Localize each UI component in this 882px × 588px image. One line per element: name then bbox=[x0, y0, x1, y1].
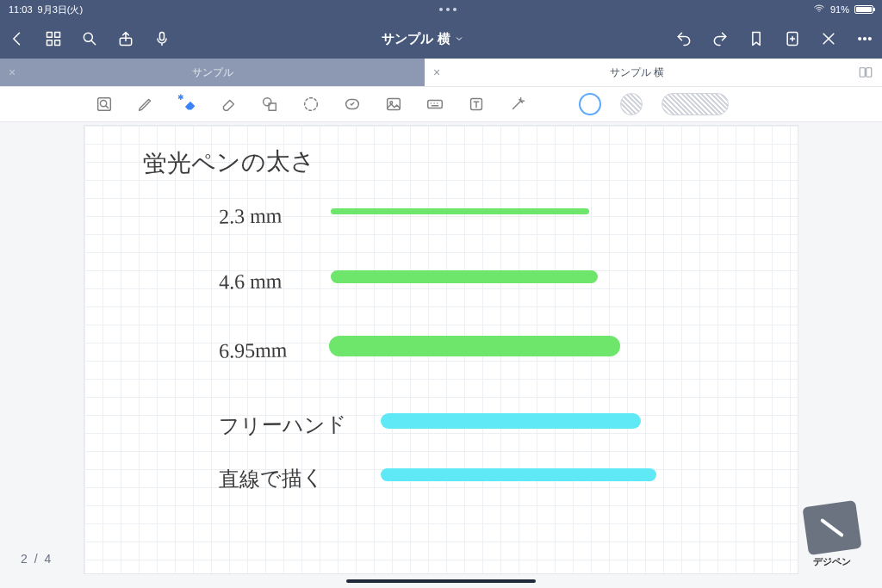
sticker-tool-icon[interactable] bbox=[341, 93, 363, 115]
row-label-4: 直線で描く bbox=[219, 464, 325, 493]
color-swatch-current[interactable] bbox=[579, 93, 601, 115]
pen-tool-icon[interactable] bbox=[134, 93, 157, 115]
search-icon[interactable] bbox=[81, 30, 98, 47]
app-navbar: サンプル 横 bbox=[0, 19, 882, 59]
row-label-1: 4.6 mm bbox=[219, 269, 283, 294]
svg-rect-27 bbox=[428, 100, 443, 108]
svg-rect-3 bbox=[55, 40, 60, 46]
battery-percent: 91% bbox=[830, 4, 849, 15]
svg-rect-7 bbox=[160, 33, 165, 40]
watermark-text: デジペン bbox=[813, 555, 851, 568]
row-label-0: 2.3 mm bbox=[219, 204, 283, 228]
thumbnails-icon[interactable] bbox=[45, 30, 62, 47]
zoom-tool-icon[interactable] bbox=[93, 93, 115, 115]
mic-icon[interactable] bbox=[153, 30, 171, 47]
note-canvas[interactable]: 蛍光ペンの太さ 2.3 mm 4.6 mm 6.95mm フリーハンド 直線で描… bbox=[84, 126, 798, 573]
svg-rect-0 bbox=[47, 33, 53, 38]
drawing-toolbar: ✱ bbox=[0, 86, 882, 122]
keyboard-tool-icon[interactable] bbox=[424, 93, 446, 115]
battery-icon bbox=[854, 5, 873, 14]
svg-line-20 bbox=[106, 106, 109, 108]
note-title: 蛍光ペンの太さ bbox=[143, 145, 316, 180]
wifi-icon bbox=[813, 3, 825, 16]
highlight-stroke-straight bbox=[381, 468, 656, 481]
lasso-tool-icon[interactable] bbox=[300, 93, 322, 115]
watermark-tablet-icon bbox=[802, 499, 861, 554]
svg-point-4 bbox=[84, 33, 92, 41]
svg-point-15 bbox=[868, 38, 871, 40]
undo-icon[interactable] bbox=[675, 30, 693, 47]
svg-line-5 bbox=[92, 41, 96, 45]
ipad-status-bar: 11:03 9月3日(火) 91% bbox=[0, 0, 882, 19]
row-label-2: 6.95mm bbox=[219, 338, 288, 362]
tab-label: サンプル 横 bbox=[610, 65, 664, 80]
image-tool-icon[interactable] bbox=[382, 93, 405, 115]
row-label-3: フリーハンド bbox=[219, 411, 348, 441]
close-icon[interactable] bbox=[820, 30, 837, 47]
document-title[interactable]: サンプル 横 bbox=[382, 31, 463, 47]
more-icon[interactable] bbox=[856, 30, 873, 47]
color-swatch-custom[interactable] bbox=[662, 93, 729, 115]
watermark: デジペン bbox=[801, 502, 863, 569]
svg-rect-2 bbox=[47, 40, 53, 46]
svg-point-13 bbox=[859, 38, 861, 40]
laser-tool-icon[interactable] bbox=[506, 93, 529, 115]
svg-rect-1 bbox=[55, 33, 60, 38]
svg-rect-17 bbox=[866, 68, 872, 77]
shape-tool-icon[interactable] bbox=[258, 93, 281, 115]
svg-rect-25 bbox=[388, 99, 401, 110]
page-counter: 2 / 4 bbox=[21, 552, 53, 566]
svg-point-14 bbox=[864, 38, 866, 40]
highlight-stroke-freehand bbox=[381, 413, 641, 429]
document-tab-inactive[interactable]: × サンプル bbox=[0, 59, 425, 86]
document-tab-strip: × サンプル × サンプル 横 bbox=[0, 59, 882, 86]
split-view-icon[interactable] bbox=[849, 59, 882, 86]
workspace: 蛍光ペンの太さ 2.3 mm 4.6 mm 6.95mm フリーハンド 直線で描… bbox=[0, 122, 882, 588]
status-time: 11:03 bbox=[9, 4, 33, 15]
svg-point-21 bbox=[264, 98, 271, 106]
highlight-stroke-2 bbox=[329, 336, 620, 356]
tab-label: サンプル bbox=[192, 65, 233, 80]
highlighter-tool-icon[interactable] bbox=[217, 93, 239, 115]
document-tab-active[interactable]: × サンプル 横 bbox=[425, 59, 849, 86]
eraser-tool-icon[interactable]: ✱ bbox=[176, 93, 198, 115]
tab-close-icon[interactable]: × bbox=[433, 65, 440, 79]
multitask-dots[interactable] bbox=[439, 8, 457, 11]
svg-point-26 bbox=[390, 102, 393, 104]
bookmark-icon[interactable] bbox=[748, 30, 765, 47]
chevron-down-icon bbox=[454, 34, 464, 44]
share-icon[interactable] bbox=[117, 30, 134, 47]
highlight-stroke-0 bbox=[331, 208, 589, 214]
tab-close-icon[interactable]: × bbox=[9, 65, 16, 79]
redo-icon[interactable] bbox=[711, 30, 729, 47]
back-icon[interactable] bbox=[9, 30, 26, 47]
add-page-icon[interactable] bbox=[784, 30, 801, 47]
text-tool-icon[interactable] bbox=[465, 93, 488, 115]
svg-rect-16 bbox=[860, 68, 865, 77]
svg-point-23 bbox=[305, 98, 318, 111]
color-swatch-empty[interactable] bbox=[620, 93, 643, 115]
status-date: 9月3日(火) bbox=[38, 3, 84, 16]
document-title-text: サンプル 横 bbox=[382, 31, 450, 47]
home-indicator[interactable] bbox=[346, 579, 536, 583]
highlight-stroke-1 bbox=[331, 270, 598, 283]
